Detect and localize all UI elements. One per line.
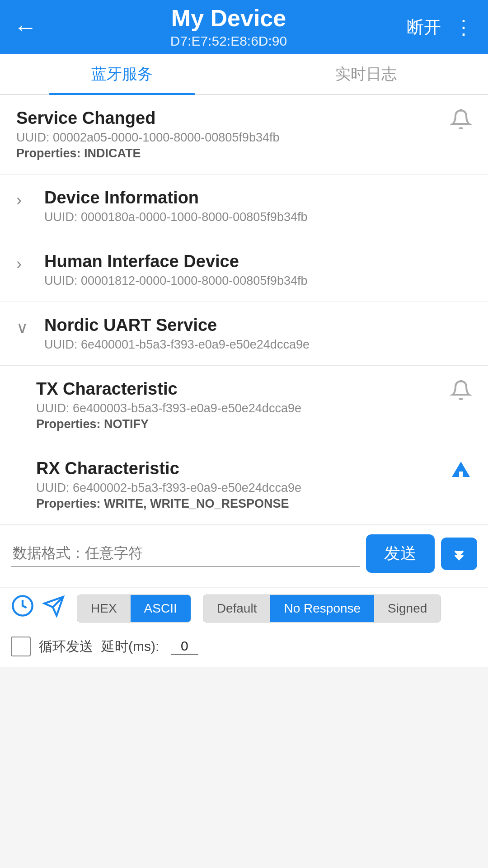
expand-device-info-icon: › (16, 191, 36, 210)
service-changed-name: Service Changed (16, 108, 443, 128)
rx-upload-icon[interactable] (450, 459, 472, 485)
device-info-uuid: UUID: 0000180a-0000-1000-8000-00805f9b34… (44, 210, 472, 224)
tab-ble-services[interactable]: 蓝牙服务 (0, 54, 244, 94)
response-toggle: Default No Response Signed (203, 594, 441, 623)
disconnect-button[interactable]: 断开 (407, 16, 441, 39)
encoding-toggle: HEX ASCII (77, 594, 191, 623)
tab-realtime-log[interactable]: 实时日志 (244, 54, 488, 94)
header: ← My Device D7:E7:52:E8:6D:90 断开 ⋮ (0, 0, 488, 54)
expand-options-button[interactable] (441, 538, 477, 570)
expand-hid-icon: › (16, 255, 36, 274)
rx-props: Properties: WRITE, WRITE_NO_RESPONSE (36, 497, 443, 511)
service-changed-uuid: UUID: 00002a05-0000-1000-8000-00805f9b34… (16, 131, 443, 145)
device-info-name: Device Information (44, 188, 472, 208)
hid-uuid: UUID: 00001812-0000-1000-8000-00805f9b34… (44, 274, 472, 288)
default-button[interactable]: Default (203, 595, 271, 622)
device-address: D7:E7:52:E8:6D:90 (51, 33, 407, 49)
back-button[interactable]: ← (14, 15, 37, 39)
toolbar: HEX ASCII Default No Response Signed (0, 587, 488, 629)
service-list: Service Changed UUID: 00002a05-0000-1000… (0, 95, 488, 525)
rx-content: RX Characteristic UUID: 6e400002-b5a3-f3… (36, 459, 443, 511)
hid-name: Human Interface Device (44, 252, 472, 271)
tabs: 蓝牙服务 实时日志 (0, 54, 488, 95)
header-actions: 断开 ⋮ (407, 16, 474, 39)
loop-row: 循环发送 延时(ms): (0, 629, 488, 667)
ascii-button[interactable]: ASCII (131, 595, 191, 622)
service-item-device-info[interactable]: › Device Information UUID: 0000180a-0000… (0, 175, 488, 238)
loop-delay-input[interactable] (171, 638, 198, 655)
rx-name: RX Characteristic (36, 459, 443, 478)
more-menu-button[interactable]: ⋮ (454, 17, 474, 37)
header-title-block: My Device D7:E7:52:E8:6D:90 (51, 5, 407, 48)
send-plane-icon[interactable] (42, 595, 65, 623)
nordic-name: Nordic UART Service (44, 316, 472, 335)
nordic-content: Nordic UART Service UUID: 6e400001-b5a3-… (44, 316, 472, 352)
rx-uuid: UUID: 6e400002-b5a3-f393-e0a9-e50e24dcca… (36, 481, 443, 495)
service-item-nordic-uart[interactable]: ∨ Nordic UART Service UUID: 6e400001-b5a… (0, 302, 488, 366)
tx-props: Properties: NOTIFY (36, 417, 443, 431)
device-info-content: Device Information UUID: 0000180a-0000-1… (44, 188, 472, 224)
tx-name: TX Characteristic (36, 379, 443, 399)
loop-send-label: 循环发送 (39, 637, 93, 656)
no-response-button[interactable]: No Response (270, 595, 374, 622)
service-changed-props: Properties: INDICATE (16, 146, 443, 160)
send-button[interactable]: 发送 (366, 534, 435, 573)
svg-rect-3 (459, 472, 463, 477)
send-area: 发送 (0, 525, 488, 587)
service-item-service-changed[interactable]: Service Changed UUID: 00002a05-0000-1000… (0, 95, 488, 175)
service-item-hid[interactable]: › Human Interface Device UUID: 00001812-… (0, 238, 488, 302)
send-input[interactable] (11, 540, 360, 567)
loop-send-checkbox[interactable] (11, 637, 31, 656)
tx-uuid: UUID: 6e400003-b5a3-f393-e0a9-e50e24dcca… (36, 401, 443, 415)
history-icon[interactable] (11, 594, 34, 623)
char-item-tx[interactable]: TX Characteristic UUID: 6e400003-b5a3-f3… (0, 366, 488, 445)
nordic-uuid: UUID: 6e400001-b5a3-f393-e0a9-e50e24dcca… (44, 338, 472, 352)
hex-button[interactable]: HEX (77, 595, 131, 622)
char-item-rx[interactable]: RX Characteristic UUID: 6e400002-b5a3-f3… (0, 445, 488, 525)
signed-button[interactable]: Signed (374, 595, 441, 622)
service-changed-bell-icon[interactable] (450, 108, 472, 135)
hid-content: Human Interface Device UUID: 00001812-00… (44, 252, 472, 288)
page-title: My Device (51, 5, 407, 31)
tx-content: TX Characteristic UUID: 6e400003-b5a3-f3… (36, 379, 443, 431)
send-row: 发送 (11, 534, 477, 573)
loop-delay-label: 延时(ms): (101, 637, 159, 656)
tx-bell-icon[interactable] (450, 379, 472, 406)
service-changed-content: Service Changed UUID: 00002a05-0000-1000… (16, 108, 443, 160)
expand-nordic-icon: ∨ (16, 318, 36, 337)
